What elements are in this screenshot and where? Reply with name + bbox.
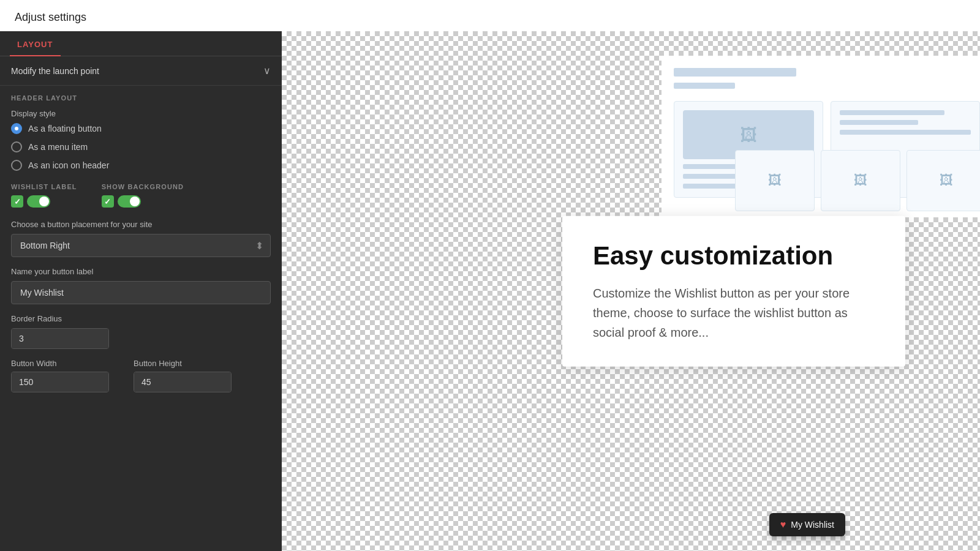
placement-select[interactable]: Bottom Left Bottom Right Top Left Top Ri… (11, 234, 271, 257)
mini-card-icon-3: 🖼 (940, 173, 953, 189)
product-image-icon-1: 🖼 (740, 125, 757, 145)
show-background-toggle-group: SHOW BACKGROUND ✓ (102, 183, 184, 208)
button-label-field-label: Name your button label (11, 267, 271, 276)
border-radius-input[interactable] (12, 329, 109, 348)
accordion-label: Modify the launch point (11, 66, 99, 76)
button-width-input-wrapper: ▲ ▼ (11, 372, 109, 392)
wishlist-label-toggle-row: ✓ (11, 195, 77, 208)
preview-title: Easy customization (593, 240, 875, 271)
sidebar-panel: LAYOUT Modify the launch point ∨ HEADER … (0, 31, 282, 551)
chevron-down-icon: ∨ (263, 65, 271, 77)
accordion-launch-point: Modify the launch point ∨ (0, 56, 282, 86)
button-width-input[interactable] (12, 372, 109, 392)
mockup-grid: 🖼 🖼 🖼 (662, 56, 980, 217)
mockup-header-bar (674, 68, 796, 77)
radio-label-icon: As an icon on header (28, 160, 109, 170)
mini-card-2: 🖼 (821, 150, 900, 211)
button-height-input[interactable] (134, 372, 232, 392)
section-content: HEADER LAYOUT Display style As a floatin… (0, 86, 282, 417)
radio-label-floating: As a floating button (28, 124, 102, 133)
mockup-sub-bar (674, 83, 735, 89)
wishlist-label-toggle-switch[interactable] (27, 195, 50, 208)
mockup-bottom-cards: 🖼 🖼 🖼 (735, 150, 980, 211)
radio-label-menu: As a menu item (28, 142, 88, 152)
display-style-label: Display style (11, 109, 271, 118)
radio-icon-header[interactable]: As an icon on header (11, 160, 271, 171)
radio-circle-icon (11, 160, 22, 171)
button-width-label: Button Width (11, 359, 109, 368)
radio-menu-item[interactable]: As a menu item (11, 141, 271, 152)
show-background-toggle-row: ✓ (102, 195, 184, 208)
wishlist-label-toggle-group: WISHLIST LABEL ✓ (11, 183, 77, 208)
tab-bar: LAYOUT (0, 31, 282, 56)
border-radius-row: ▲ ▼ (11, 328, 271, 349)
button-height-label: Button Height (134, 359, 232, 368)
mini-card-3: 🖼 (907, 150, 980, 211)
radio-floating-button[interactable]: As a floating button (11, 123, 271, 134)
show-background-toggle-label: SHOW BACKGROUND (102, 183, 184, 190)
header-layout-label: HEADER LAYOUT (11, 94, 271, 102)
mockup-line-6 (840, 130, 971, 135)
mini-card-1: 🖼 (735, 150, 815, 211)
mini-card-icon-2: 🖼 (854, 173, 867, 189)
wishlist-label-check-icon: ✓ (11, 195, 23, 208)
button-height-group: Button Height ▲ ▼ (134, 359, 232, 392)
wishlist-floating-button[interactable]: ♥ My Wishlist (769, 513, 845, 536)
heart-icon: ♥ (780, 519, 786, 530)
button-height-input-wrapper: ▲ ▼ (134, 372, 232, 392)
mockup-line-5 (840, 120, 918, 125)
preview-card: Easy customization Customize the Wishlis… (562, 216, 905, 366)
placement-label: Choose a button placement for your site (11, 220, 271, 229)
display-style-radio-group: As a floating button As a menu item As a… (11, 123, 271, 171)
size-row: Button Width ▲ ▼ Button Height (11, 359, 271, 392)
tab-layout[interactable]: LAYOUT (10, 31, 61, 56)
placement-select-wrapper: Bottom Left Bottom Right Top Left Top Ri… (11, 234, 271, 257)
wishlist-label-toggle-label: WISHLIST LABEL (11, 183, 77, 190)
page-title: Adjust settings (0, 0, 980, 31)
mockup-line-4 (840, 110, 944, 115)
wishlist-button-label: My Wishlist (791, 520, 834, 530)
border-radius-input-wrapper: ▲ ▼ (11, 328, 109, 349)
button-width-group: Button Width ▲ ▼ (11, 359, 109, 392)
preview-area: Easy customization Customize the Wishlis… (282, 31, 980, 551)
show-background-check-icon: ✓ (102, 195, 114, 208)
preview-description: Customize the Wishlist button as per you… (593, 283, 875, 342)
show-background-toggle-switch[interactable] (118, 195, 141, 208)
radio-circle-menu (11, 141, 22, 152)
toggle-row: WISHLIST LABEL ✓ SHOW BACKGROUND ✓ (11, 183, 271, 208)
radio-circle-floating (11, 123, 22, 134)
main-layout: LAYOUT Modify the launch point ∨ HEADER … (0, 31, 980, 551)
button-label-input[interactable] (11, 281, 271, 304)
mini-card-icon-1: 🖼 (768, 173, 782, 189)
border-radius-label: Border Radius (11, 314, 271, 323)
accordion-header[interactable]: Modify the launch point ∨ (0, 56, 282, 85)
